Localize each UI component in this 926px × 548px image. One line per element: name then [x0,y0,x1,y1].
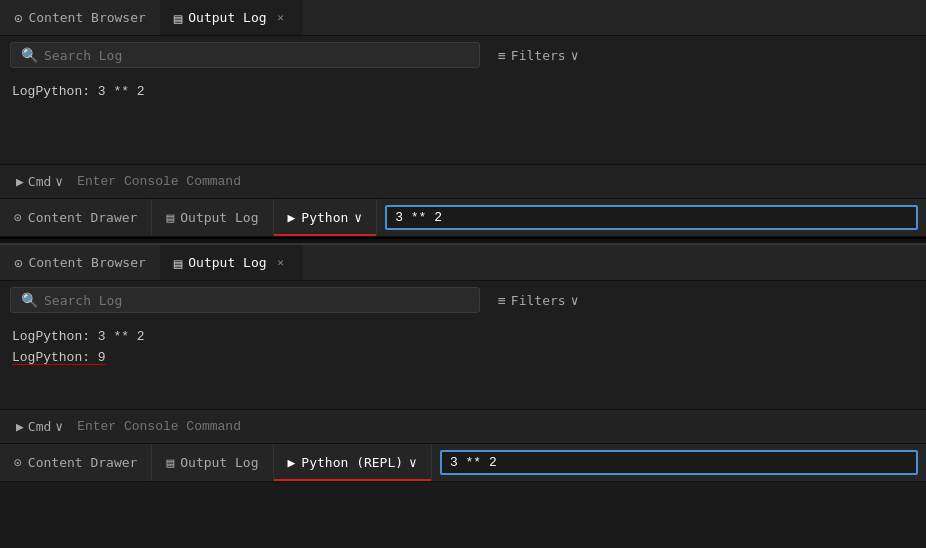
python-input-bot[interactable] [440,450,918,475]
top-bottom-bar: ⊙ Content Drawer ▤ Output Log ▶ Python ∨ [0,198,926,236]
bottom-toolbar: 🔍 ≡ Filters ∨ [0,281,926,319]
tab-label-output-log-top: Output Log [188,10,266,25]
cmd-icon-bot: ▶ [16,419,24,434]
close-tab-top[interactable]: ✕ [273,10,289,26]
chevron-down-icon-bot: ∨ [571,293,579,308]
bottom-tab-python[interactable]: ▶ Python ∨ [274,199,378,236]
python-input-top[interactable] [385,205,918,230]
bottom-tab-label-content-drawer: Content Drawer [28,210,138,225]
search-icon-top: 🔍 [21,47,38,63]
top-tab-bar: ⊙ Content Browser ▤ Output Log ✕ [0,0,926,36]
output-log-icon-bot: ▤ [174,255,182,271]
output-log-bar-icon-bot: ▤ [166,455,174,470]
cmd-button-bot[interactable]: ▶ Cmd ∨ [10,417,69,436]
filter-icon-top: ≡ [498,48,506,63]
content-browser-icon-bot: ⊙ [14,255,22,271]
top-search-box[interactable]: 🔍 [10,42,480,68]
top-console-bar: ▶ Cmd ∨ [0,164,926,198]
cmd-label-top: Cmd [28,174,51,189]
cmd-chevron-top: ∨ [55,174,63,189]
bottom-tab-label-python-repl: Python (REPL) [301,455,403,470]
bottom-search-box[interactable]: 🔍 [10,287,480,313]
bottom-console-bar: ▶ Cmd ∨ [0,409,926,443]
python-chevron: ∨ [354,210,362,225]
tab-label-content-browser-top: Content Browser [28,10,145,25]
cmd-button-top[interactable]: ▶ Cmd ∨ [10,172,69,191]
log-line-1-bot: LogPython: 3 ** 2 [12,327,914,348]
bottom-bottom-bar: ⊙ Content Drawer ▤ Output Log ▶ Python (… [0,443,926,481]
search-icon-bot: 🔍 [21,292,38,308]
python-repl-chevron: ∨ [409,455,417,470]
bottom-log-area: LogPython: 3 ** 2 LogPython: 9 [0,319,926,409]
content-drawer-icon-bot: ⊙ [14,455,22,470]
python-repl-icon: ▶ [288,455,296,470]
log-line-2-bot: LogPython: 9 [12,348,914,369]
filters-label-top: Filters [511,48,566,63]
panel-divider [0,237,926,245]
bottom-tab-output-log[interactable]: ▤ Output Log [152,199,273,236]
bottom-tab-label-python: Python [301,210,348,225]
chevron-down-icon-top: ∨ [571,48,579,63]
top-log-area: LogPython: 3 ** 2 [0,74,926,164]
close-tab-bot[interactable]: ✕ [273,255,289,271]
output-log-icon-top: ▤ [174,10,182,26]
cmd-chevron-bot: ∨ [55,419,63,434]
tab-label-content-browser-bot: Content Browser [28,255,145,270]
console-input-bot[interactable] [77,419,916,434]
python-icon: ▶ [288,210,296,225]
top-panel: ⊙ Content Browser ▤ Output Log ✕ 🔍 ≡ Fil… [0,0,926,237]
filters-button-bot[interactable]: ≡ Filters ∨ [490,289,586,312]
bottom-tab-python-repl[interactable]: ▶ Python (REPL) ∨ [274,444,432,481]
top-toolbar: 🔍 ≡ Filters ∨ [0,36,926,74]
bottom-tab-label-output-log: Output Log [180,210,258,225]
tab-content-browser-bot[interactable]: ⊙ Content Browser [0,245,160,280]
output-log-bar-icon: ▤ [166,210,174,225]
filter-icon-bot: ≡ [498,293,506,308]
search-input-top[interactable] [44,48,469,63]
content-browser-icon: ⊙ [14,10,22,26]
cmd-label-bot: Cmd [28,419,51,434]
log-line-1-top: LogPython: 3 ** 2 [12,82,914,103]
bottom-tab-label-output-log-bot: Output Log [180,455,258,470]
content-drawer-icon: ⊙ [14,210,22,225]
cmd-icon-top: ▶ [16,174,24,189]
bottom-tab-label-content-drawer-bot: Content Drawer [28,455,138,470]
tab-label-output-log-bot: Output Log [188,255,266,270]
search-input-bot[interactable] [44,293,469,308]
bottom-tab-content-drawer[interactable]: ⊙ Content Drawer [0,199,152,236]
filters-button-top[interactable]: ≡ Filters ∨ [490,44,586,67]
tab-output-log-bot[interactable]: ▤ Output Log ✕ [160,245,303,280]
tab-content-browser-top[interactable]: ⊙ Content Browser [0,0,160,35]
console-input-top[interactable] [77,174,916,189]
bottom-panel: ⊙ Content Browser ▤ Output Log ✕ 🔍 ≡ Fil… [0,245,926,482]
filters-label-bot: Filters [511,293,566,308]
bottom-tab-output-log-bot[interactable]: ▤ Output Log [152,444,273,481]
bottom-tab-bar: ⊙ Content Browser ▤ Output Log ✕ [0,245,926,281]
tab-output-log-top[interactable]: ▤ Output Log ✕ [160,0,303,35]
bottom-tab-content-drawer-bot[interactable]: ⊙ Content Drawer [0,444,152,481]
